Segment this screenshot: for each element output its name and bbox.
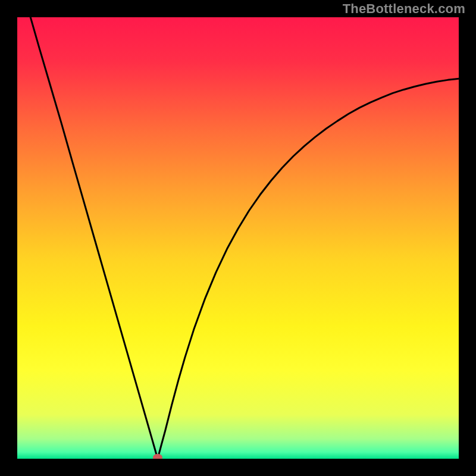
- watermark-text: TheBottleneck.com: [343, 1, 465, 17]
- chart-frame: TheBottleneck.com: [0, 0, 476, 476]
- bottleneck-curve-chart: [17, 17, 459, 459]
- chart-background: [17, 17, 459, 459]
